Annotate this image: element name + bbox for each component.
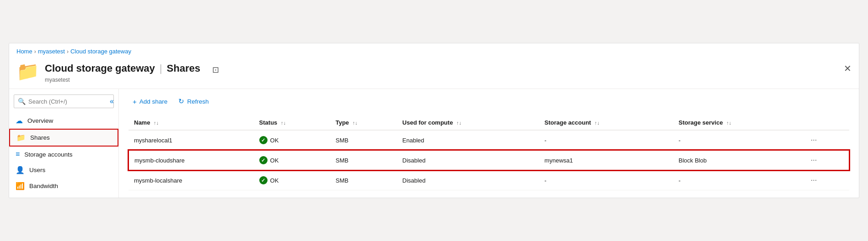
storage-accounts-icon: ≡ — [16, 150, 20, 158]
sidebar-item-shares[interactable]: 📁 Shares — [9, 129, 118, 147]
sidebar-item-users[interactable]: 👤 Users — [9, 162, 118, 178]
breadcrumb-sep2: › — [67, 48, 69, 55]
sidebar-item-storage-accounts[interactable]: ≡ Storage accounts — [9, 147, 118, 162]
status-ok-icon: ✓ — [259, 136, 268, 144]
cell-name: mysharelocal1 — [129, 130, 254, 150]
breadcrumb-home[interactable]: Home — [16, 48, 32, 55]
close-button[interactable]: ✕ — [844, 63, 852, 74]
sidebar-item-overview[interactable]: ☁ Overview — [9, 113, 118, 129]
status-text: OK — [270, 157, 279, 164]
search-icon: 🔍 — [18, 98, 26, 105]
sidebar-item-overview-label: Overview — [27, 117, 53, 124]
sort-status-icon: ↑↓ — [281, 120, 286, 126]
users-icon: 👤 — [16, 166, 25, 174]
resource-subtitle: myasetest — [45, 77, 221, 83]
table-row[interactable]: mysmb-localshare ✓ OK SMB Disabled - - ·… — [129, 170, 849, 190]
sidebar-item-storage-accounts-label: Storage accounts — [24, 151, 72, 158]
cell-storage-service: - — [673, 130, 803, 150]
refresh-label: Refresh — [187, 98, 209, 105]
add-share-label: Add share — [139, 98, 168, 105]
print-button[interactable]: ⊡ — [210, 64, 221, 76]
cell-storage-account: mynewsa1 — [539, 150, 673, 170]
main-content: + Add share ↻ Refresh Name ↑↓ — [119, 89, 859, 198]
shares-icon: 📁 — [16, 133, 26, 142]
col-name[interactable]: Name ↑↓ — [129, 115, 254, 130]
cell-storage-account: - — [539, 170, 673, 190]
status-text: OK — [270, 177, 279, 184]
breadcrumb-sep1: › — [34, 48, 36, 55]
title-separator: | — [160, 63, 162, 74]
cell-status: ✓ OK — [254, 150, 330, 170]
cell-actions: ··· — [803, 170, 849, 190]
refresh-button[interactable]: ↻ Refresh — [174, 94, 213, 108]
add-share-button[interactable]: + Add share — [128, 95, 172, 108]
breadcrumb: Home › myasetest › Cloud storage gateway — [9, 43, 859, 58]
resource-icon: 📁 — [16, 62, 39, 80]
status-ok-icon: ✓ — [259, 156, 268, 164]
sidebar-item-bandwidth[interactable]: 📶 Bandwidth — [9, 178, 118, 194]
col-type[interactable]: Type ↑↓ — [330, 115, 397, 130]
cell-name: mysmb-cloudshare — [129, 150, 254, 170]
cell-type: SMB — [330, 150, 397, 170]
refresh-icon: ↻ — [178, 97, 184, 105]
sort-storage-account-icon: ↑↓ — [595, 120, 600, 126]
cell-storage-service: - — [673, 170, 803, 190]
col-storage-account[interactable]: Storage account ↑↓ — [539, 115, 673, 130]
cell-status: ✓ OK — [254, 130, 330, 150]
cell-name: mysmb-localshare — [129, 170, 254, 190]
sort-compute-icon: ↑↓ — [456, 120, 461, 126]
section-text: Shares — [167, 63, 200, 74]
cell-storage-service: Block Blob — [673, 150, 803, 170]
col-used-for-compute[interactable]: Used for compute ↑↓ — [397, 115, 539, 130]
print-icon: ⊡ — [212, 65, 219, 74]
cell-used-for-compute: Disabled — [397, 170, 539, 190]
table-row[interactable]: mysmb-cloudshare ✓ OK SMB Disabled mynew… — [129, 150, 849, 170]
table-row[interactable]: mysharelocal1 ✓ OK SMB Enabled - - ··· — [129, 130, 849, 150]
sort-name-icon: ↑↓ — [154, 120, 159, 126]
toolbar: + Add share ↻ Refresh — [128, 94, 850, 108]
cell-status: ✓ OK — [254, 170, 330, 190]
bandwidth-icon: 📶 — [16, 182, 25, 190]
title-text: Cloud storage gateway — [45, 63, 155, 74]
sidebar: 🔍 « ☁ Overview 📁 Shares ≡ Storage accoun… — [9, 89, 119, 198]
cell-actions: ··· — [803, 150, 849, 170]
cell-type: SMB — [330, 130, 397, 150]
cell-storage-account: - — [539, 130, 673, 150]
cell-type: SMB — [330, 170, 397, 190]
header-text: Cloud storage gateway | Shares ⊡ myasete… — [45, 61, 221, 83]
add-icon: + — [133, 98, 137, 105]
sort-storage-service-icon: ↑↓ — [726, 120, 731, 126]
cell-actions: ··· — [803, 130, 849, 150]
col-status[interactable]: Status ↑↓ — [254, 115, 330, 130]
status-ok-icon: ✓ — [259, 176, 268, 184]
page-header: 📁 Cloud storage gateway | Shares ⊡ myase… — [9, 58, 859, 89]
row-actions-button[interactable]: ··· — [808, 135, 820, 145]
collapse-button[interactable]: « — [108, 97, 116, 105]
breadcrumb-myasetest[interactable]: myasetest — [38, 48, 65, 55]
shares-table: Name ↑↓ Status ↑↓ Type ↑↓ Used for com — [128, 115, 850, 190]
page-title: Cloud storage gateway | Shares ⊡ — [45, 61, 221, 76]
sidebar-item-users-label: Users — [29, 167, 45, 173]
search-box[interactable]: 🔍 « — [14, 94, 114, 108]
search-input[interactable] — [28, 98, 105, 105]
body: 🔍 « ☁ Overview 📁 Shares ≡ Storage accoun… — [9, 89, 859, 198]
main-window: Home › myasetest › Cloud storage gateway… — [9, 43, 859, 198]
header-actions: ⊡ — [210, 64, 221, 76]
cell-used-for-compute: Disabled — [397, 150, 539, 170]
sidebar-item-bandwidth-label: Bandwidth — [29, 183, 58, 189]
row-actions-button[interactable]: ··· — [808, 155, 820, 165]
breadcrumb-current: Cloud storage gateway — [70, 48, 131, 55]
col-storage-service[interactable]: Storage service ↑↓ — [673, 115, 803, 130]
overview-icon: ☁ — [16, 116, 23, 125]
sort-type-icon: ↑↓ — [353, 120, 358, 126]
row-actions-button[interactable]: ··· — [808, 175, 820, 185]
table-header-row: Name ↑↓ Status ↑↓ Type ↑↓ Used for com — [129, 115, 849, 130]
cell-used-for-compute: Enabled — [397, 130, 539, 150]
col-actions-header — [803, 115, 849, 130]
sidebar-item-shares-label: Shares — [30, 134, 50, 141]
status-text: OK — [270, 137, 279, 144]
